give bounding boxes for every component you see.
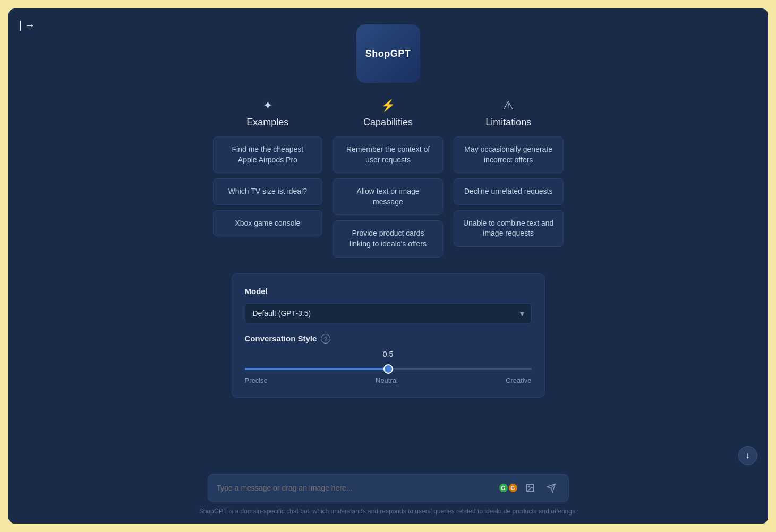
sun-icon: ✦: [263, 99, 272, 113]
examples-column: ✦ Examples Find me the cheapest Apple Ai…: [213, 99, 323, 263]
label-creative: Creative: [506, 376, 531, 384]
example-card-3[interactable]: Xbox game console: [213, 210, 323, 237]
capabilities-header: ⚡ Capabilities: [363, 99, 413, 128]
app-window: | → ↓ ShopGPT ✦ Examples Find me the che…: [8, 8, 768, 524]
main-content: ShopGPT ✦ Examples Find me the cheapest …: [8, 8, 768, 468]
label-neutral: Neutral: [376, 376, 398, 384]
image-upload-button[interactable]: [522, 479, 539, 496]
lightning-icon: ⚡: [381, 99, 395, 113]
examples-title: Examples: [246, 117, 288, 128]
app-title: ShopGPT: [365, 48, 411, 59]
logo-container: ShopGPT: [356, 24, 420, 83]
capability-card-1: Remember the context of user requests: [333, 136, 443, 173]
limitations-column: ⚠ Limitations May occasionally generate …: [454, 99, 564, 263]
warning-icon: ⚠: [503, 99, 514, 113]
send-button[interactable]: [543, 479, 560, 496]
chat-input[interactable]: [217, 484, 494, 492]
label-precise: Precise: [245, 376, 268, 384]
limitation-card-2: Decline unrelated requests: [454, 178, 564, 205]
capability-card-2: Allow text or image message: [333, 178, 443, 215]
limitation-card-1: May occasionally generate incorrect offe…: [454, 136, 564, 173]
sidebar-toggle-icon: | →: [19, 19, 36, 31]
orange-g-icon: G: [509, 484, 517, 492]
info-icon[interactable]: ?: [321, 334, 330, 344]
sidebar-toggle-button[interactable]: | →: [19, 19, 36, 31]
conversation-style-label: Conversation Style: [245, 334, 317, 343]
slider-container: [245, 363, 532, 372]
model-label: Model: [245, 287, 532, 296]
example-card-2[interactable]: Which TV size ist ideal?: [213, 178, 323, 205]
footer-text: ShopGPT is a domain-specific chat bot, w…: [199, 508, 577, 515]
limitations-header: ⚠ Limitations: [485, 99, 531, 128]
model-select-wrapper: Default (GPT-3.5) GPT-4 GPT-3.5 Turbo: [245, 303, 532, 323]
examples-header: ✦ Examples: [246, 99, 288, 128]
conversation-style-slider[interactable]: [245, 368, 532, 370]
footer-link[interactable]: idealo.de: [484, 508, 510, 515]
bottom-bar: G G ShopGPT: [8, 468, 768, 524]
input-wrapper: G G: [208, 474, 569, 502]
capabilities-title: Capabilities: [363, 117, 413, 128]
capability-card-3: Provide product cards linking to idealo'…: [333, 220, 443, 257]
columns-container: ✦ Examples Find me the cheapest Apple Ai…: [213, 99, 564, 263]
conversation-style-header: Conversation Style ?: [245, 334, 532, 344]
slider-value: 0.5: [245, 350, 532, 358]
model-section: Model Default (GPT-3.5) GPT-4 GPT-3.5 Tu…: [232, 273, 545, 398]
input-icons: G G: [499, 479, 560, 496]
limitation-card-3: Unable to combine text and image request…: [454, 210, 564, 247]
svg-point-1: [528, 486, 529, 487]
slider-labels: Precise Neutral Creative: [245, 376, 532, 384]
capabilities-column: ⚡ Capabilities Remember the context of u…: [333, 99, 443, 263]
g-icon-group: G G: [499, 484, 517, 492]
model-select[interactable]: Default (GPT-3.5) GPT-4 GPT-3.5 Turbo: [245, 303, 532, 323]
logo-box: ShopGPT: [356, 24, 420, 83]
scroll-down-button[interactable]: ↓: [738, 446, 757, 465]
footer-text-start: ShopGPT is a domain-specific chat bot, w…: [199, 508, 485, 515]
limitations-title: Limitations: [485, 117, 531, 128]
footer-text-end: products and offerings.: [510, 508, 577, 515]
example-card-1[interactable]: Find me the cheapest Apple Airpods Pro: [213, 136, 323, 173]
chevron-down-icon: ↓: [746, 451, 750, 460]
green-g-icon: G: [499, 484, 508, 492]
